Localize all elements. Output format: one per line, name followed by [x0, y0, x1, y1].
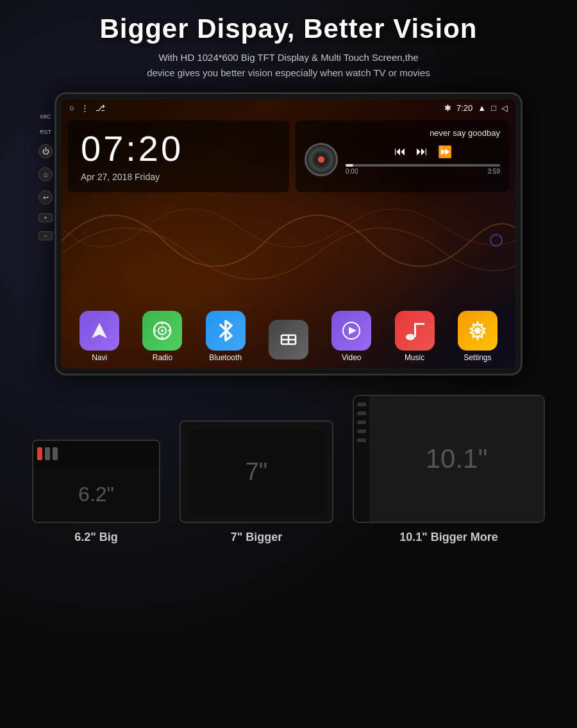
more-icon-box: [269, 320, 308, 360]
screen-content: 07:20 Apr 27, 2018 Friday never say good…: [62, 117, 515, 196]
svg-point-16: [406, 334, 415, 340]
bluetooth-icon-box: [206, 311, 246, 351]
music-controls: ⏮ ⏭ ⏩ 0:00 3:59: [305, 143, 500, 176]
svg-marker-0: [92, 323, 107, 338]
status-time: 7:20: [456, 103, 472, 113]
clock-date: Apr 27, 2018 Friday: [81, 172, 276, 182]
compare-item-6-2: 6.2" 6.2" Big: [32, 440, 160, 544]
status-bar: ○ ⋮ ⎇ ✱ 7:20 ▲ □ ◁: [62, 99, 515, 117]
svg-marker-15: [349, 327, 356, 335]
music-label: Music: [405, 353, 424, 362]
total-time: 3:59: [488, 168, 500, 175]
settings-icon-box: [458, 311, 498, 351]
music-disc: [305, 143, 338, 176]
more-icon: [278, 329, 299, 351]
subtitle-line1: With HD 1024*600 Big TFT Display & Multi…: [158, 52, 418, 63]
page-title: Bigger Dispay, Better Vision: [0, 14, 577, 44]
bluetooth-label: Bluetooth: [209, 353, 242, 362]
apps-row: Navi Radio: [68, 311, 509, 362]
status-right: ✱ 7:20 ▲ □ ◁: [444, 103, 508, 113]
back-nav-icon: ◁: [501, 103, 508, 113]
compare-label-7: 7" Bigger: [231, 531, 283, 544]
compare-label-10-1: 10.1" Bigger More: [399, 531, 498, 544]
unit-10-1-btn2: [357, 411, 366, 415]
status-left: ○ ⋮ ⎇: [69, 103, 105, 113]
bluetooth-app-icon: [216, 319, 235, 342]
navi-label: Navi: [92, 353, 107, 362]
music-btn-row: ⏮ ⏭ ⏩: [346, 145, 500, 159]
music-buttons: ⏮ ⏭ ⏩ 0:00 3:59: [346, 145, 500, 175]
unit-6-2-btn1: [37, 447, 42, 460]
subtitle: With HD 1024*600 Big TFT Display & Multi…: [0, 50, 577, 81]
unit-6-2-btn3: [53, 447, 58, 460]
svg-point-3: [161, 329, 163, 332]
usb-icon: ⎇: [96, 103, 105, 113]
unit-10-1-btn1: [357, 402, 366, 406]
radio-label: Radio: [153, 353, 172, 362]
app-settings[interactable]: Settings: [458, 311, 498, 362]
vol-down-button[interactable]: −: [38, 231, 53, 240]
svg-point-19: [474, 327, 481, 334]
navi-icon-box: [79, 311, 119, 351]
fast-forward-button[interactable]: ⏩: [438, 145, 452, 159]
app-more[interactable]: [269, 320, 308, 362]
progress-bar[interactable]: [346, 164, 500, 167]
compare-item-10-1: 10.1" 10.1" Bigger More: [353, 395, 545, 544]
eject-icon: ▲: [478, 103, 486, 113]
radio-icon-box: [142, 311, 182, 351]
car-unit-wrapper: MIC RST ⏻ ⌂ ↩ + − ○ ⋮ ⎇: [0, 92, 577, 376]
music-icon: [405, 320, 424, 342]
unit-10-1-screen: 10.1": [369, 396, 544, 522]
app-bluetooth[interactable]: Bluetooth: [206, 311, 246, 362]
video-icon-box: [331, 311, 371, 351]
svg-rect-18: [414, 323, 424, 325]
compare-item-7: 7" 7" Bigger: [180, 420, 333, 544]
video-label: Video: [342, 353, 361, 362]
music-widget: never say goodbay ⏮ ⏭ ⏩: [296, 120, 509, 192]
unit-6-2-screen: 6.2": [33, 467, 159, 522]
unit-10-1-btn4: [357, 429, 366, 433]
next-button[interactable]: ⏭: [416, 145, 428, 158]
bluetooth-status-icon: ✱: [444, 103, 451, 113]
music-title: never say goodbay: [305, 128, 500, 138]
unit-6-2-btn2: [45, 447, 50, 460]
radio-icon: [151, 320, 173, 342]
side-buttons: MIC RST ⏻ ⌂ ↩ + −: [38, 113, 53, 240]
circle-icon: ○: [69, 103, 74, 113]
clock-widget: 07:20 Apr 27, 2018 Friday: [68, 120, 289, 192]
unit-10-1-side: [354, 396, 369, 522]
mic-label: MIC: [38, 113, 53, 120]
top-section: Bigger Dispay, Better Vision With HD 102…: [0, 0, 577, 81]
prev-button[interactable]: ⏮: [394, 145, 406, 158]
progress-fill: [346, 164, 353, 167]
back-button[interactable]: ↩: [38, 190, 53, 204]
app-music[interactable]: Music: [395, 311, 435, 362]
settings-label: Settings: [464, 353, 491, 362]
power-button[interactable]: ⏻: [38, 144, 53, 158]
settings-icon: [467, 320, 489, 342]
window-icon: □: [491, 103, 496, 113]
unit-10-1: 10.1": [353, 395, 545, 523]
unit-7-screen: 7": [189, 429, 324, 515]
screen: ○ ⋮ ⎇ ✱ 7:20 ▲ □ ◁ 07:20 Apr 27, 2018 Fr…: [62, 99, 515, 368]
clock-time: 07:20: [81, 131, 276, 167]
home-button[interactable]: ⌂: [38, 167, 53, 181]
subtitle-line2: device gives you better vision especiall…: [147, 67, 430, 78]
vol-up-button[interactable]: +: [38, 213, 53, 222]
unit-7: 7": [180, 420, 333, 523]
time-row: 0:00 3:59: [346, 168, 500, 175]
app-navi[interactable]: Navi: [79, 311, 119, 362]
unit-6-2-top: [33, 441, 159, 467]
app-video[interactable]: Video: [331, 311, 371, 362]
navi-icon: [89, 320, 110, 341]
compare-label-6-2: 6.2" Big: [74, 531, 118, 544]
unit-10-1-btn3: [357, 420, 366, 424]
unit-10-1-btn5: [357, 438, 366, 442]
compare-section: 6.2" 6.2" Big 7" 7" Bigger 10.1": [0, 395, 577, 544]
app-radio[interactable]: Radio: [142, 311, 182, 362]
video-icon: [340, 320, 362, 342]
unit-6-2: 6.2": [32, 440, 160, 523]
car-unit: MIC RST ⏻ ⌂ ↩ + − ○ ⋮ ⎇: [54, 92, 523, 376]
current-time: 0:00: [346, 168, 358, 175]
music-icon-box: [395, 311, 435, 351]
